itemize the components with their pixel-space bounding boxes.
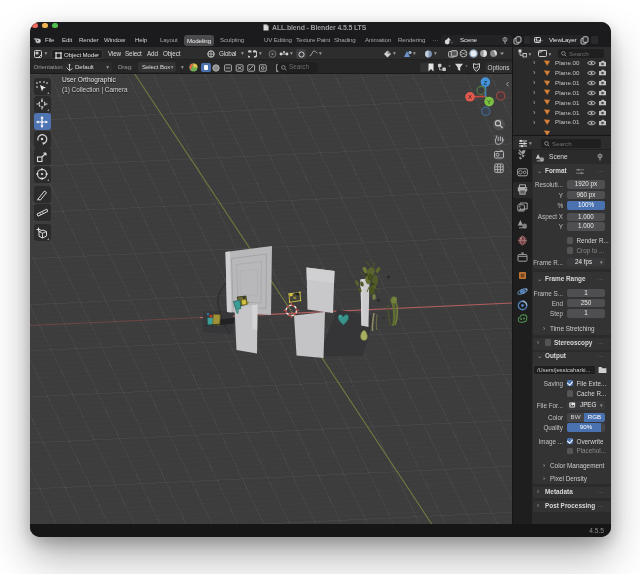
svg-text:X: X: [468, 94, 472, 100]
svg-text:Y: Y: [487, 99, 491, 105]
svg-text:Z: Z: [484, 80, 488, 86]
